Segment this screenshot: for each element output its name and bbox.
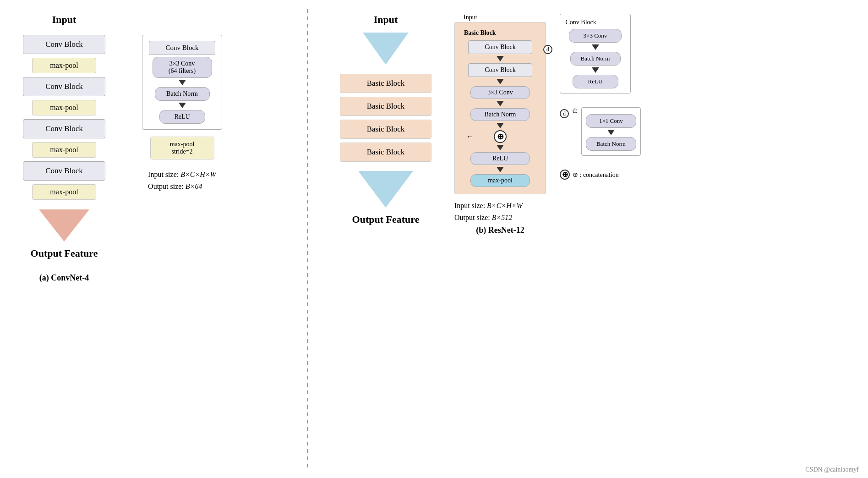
resnet12-block-4: Basic Block (340, 143, 431, 162)
resnet12-inner-conv-1: Conv Block (468, 40, 532, 54)
resnet12-conv-detail-arrow-2 (592, 67, 599, 73)
convnet4-arch-column: Conv Block max-pool Conv Block max-pool … (14, 35, 115, 264)
resnet12-block-3: Basic Block (340, 120, 431, 139)
convnet4-arrow-2 (179, 103, 186, 108)
resnet12-overview-title: Input (374, 14, 398, 26)
convnet4-pool-2: max-pool (32, 100, 96, 115)
resnet12-detail-section: Input Basic Block Conv Block Conv Block … (454, 9, 854, 469)
resnet12-size-input-label: Input size: (454, 202, 485, 209)
resnet12-overview-section: Input Basic Block Basic Block Basic Bloc… (317, 9, 454, 469)
resnet12-inner-arrow-6 (497, 167, 504, 172)
resnet12-size-input-val: B×C×H×W (487, 202, 523, 209)
watermark: CSDN @cainiaomyf (805, 466, 859, 473)
convnet4-detail-bn: Batch Norm (155, 87, 210, 101)
resnet12-concat-legend: ⊕ ⊕ : concatenation (560, 170, 619, 180)
resnet12-inner-blocks: Conv Block Conv Block 3×3 Conv Batch Nor… (464, 40, 536, 187)
convnet4-output-arrow (39, 209, 89, 242)
resnet12-inner-arrow-5 (497, 145, 504, 150)
resnet12-residual-side: d (543, 45, 552, 54)
convnet4-detail-relu: ReLU (159, 110, 205, 124)
resnet12-inner-conv-2: Conv Block (468, 63, 532, 77)
resnet12-conv-detail-arrow-1 (592, 44, 599, 50)
resnet12-detail-container: Input Basic Block Conv Block Conv Block … (454, 14, 546, 235)
convnet4-size-input-val: B×C×H×W (180, 170, 216, 178)
resnet12-size-output-label: Output size: (454, 214, 490, 221)
resnet12-add-container: ⊕ ← (494, 130, 507, 143)
convnet4-conv-block-2: Conv Block (23, 77, 105, 96)
resnet12-conv-detail-title: Conv Block (566, 19, 625, 26)
resnet12-basicblock-outer: Basic Block Conv Block Conv Block 3×3 Co… (454, 22, 546, 194)
resnet12-inner-maxpool: max-pool (470, 174, 530, 187)
resnet12-inner-relu: ReLU (470, 152, 530, 165)
convnet4-output-label: Output Feature (31, 247, 98, 259)
resnet12-size-info: Input size: B×C×H×W Output size: B×512 (454, 200, 523, 223)
resnet12-conv-detail-box: Conv Block 3×3 Conv Batch Norm ReLU (560, 14, 631, 93)
resnet12-residual-arrow-end: ← (466, 132, 474, 141)
convnet4-conv-block-3: Conv Block (23, 119, 105, 138)
section-divider (307, 9, 308, 469)
resnet12-add-symbol: ⊕ (494, 130, 507, 143)
convnet4-conv-block-4: Conv Block (23, 161, 105, 181)
resnet12-conv-detail-bn: Batch Norm (570, 52, 621, 66)
convnet4-size-output-label: Output size: (148, 182, 184, 190)
resnet12-overview-output-label: Output Feature (352, 214, 420, 225)
convnet4-size-info: Input size: B×C×H×W Output size: B×64 (148, 169, 216, 192)
convnet4-section: Input Conv Block max-pool Conv Block max… (14, 9, 298, 469)
resnet12-d-arrow (607, 130, 615, 135)
resnet12-d-legend-label: d: (573, 107, 578, 115)
resnet12-detail-title: Basic Block (464, 29, 496, 37)
resnet12-d-legend-marker: d (560, 109, 569, 118)
resnet12-inner-arrow-4 (497, 123, 504, 128)
resnet12-inner-batchnorm: Batch Norm (470, 108, 530, 121)
resnet12-block-2: Basic Block (340, 97, 431, 116)
resnet12-d-legend-container: d d: 1×1 Conv Batch Norm (560, 107, 641, 156)
resnet12-overview-input-arrow (363, 33, 409, 65)
convnet4-size-input-label: Input size: (148, 170, 179, 178)
convnet4-size-output-val: B×64 (186, 182, 202, 190)
main-container: Input Conv Block max-pool Conv Block max… (0, 0, 868, 478)
resnet12-size-output-val: B×512 (492, 214, 513, 221)
convnet4-detail-title: Conv Block (149, 41, 215, 55)
resnet12-concat-label: ⊕ : concatenation (573, 171, 619, 179)
convnet4-pool-detail: max-poolstride=2 (150, 137, 214, 159)
resnet12-d-bn: Batch Norm (586, 137, 636, 151)
convnet4-pool-3: max-pool (32, 142, 96, 158)
convnet4-pool-1: max-pool (32, 58, 96, 73)
resnet12-inner-arrow-3 (497, 101, 504, 106)
resnet12-d-1x1conv: 1×1 Conv (586, 114, 636, 128)
resnet12-conv-detail-relu: ReLU (573, 75, 618, 88)
resnet12-inner-arrow-1 (497, 56, 504, 61)
convnet4-pool-4: max-pool (32, 184, 96, 200)
resnet12-inner-3x3conv: 3×3 Conv (470, 86, 530, 99)
resnet12-caption: (b) ResNet-12 (476, 225, 524, 235)
resnet12-inner-arrow-2 (497, 79, 504, 84)
resnet12-concat-symbol: ⊕ (560, 170, 570, 180)
resnet12-conv-detail-3x3: 3×3 Conv (569, 29, 622, 43)
convnet4-detail-box: Conv Block 3×3 Conv(64 filters) Batch No… (142, 35, 222, 130)
convnet4-conv-block-1: Conv Block (23, 35, 105, 54)
resnet12-block-1: Basic Block (340, 74, 431, 93)
resnet12-d-legend-box: 1×1 Conv Batch Norm (581, 107, 641, 156)
convnet4-title: Input (14, 14, 115, 26)
resnet12-d-marker: d (543, 45, 552, 54)
convnet4-arrow-1 (179, 80, 186, 85)
resnet12-far-right: Conv Block 3×3 Conv Batch Norm ReLU d d:… (560, 14, 641, 180)
resnet12-input-label-top: Input (464, 14, 477, 21)
convnet4-detail-column: Conv Block 3×3 Conv(64 filters) Batch No… (142, 35, 222, 264)
convnet4-caption: (a) ConvNet-4 (14, 273, 115, 283)
convnet4-detail-conv: 3×3 Conv(64 filters) (153, 57, 212, 78)
resnet12-overview-output-arrow (358, 171, 413, 208)
